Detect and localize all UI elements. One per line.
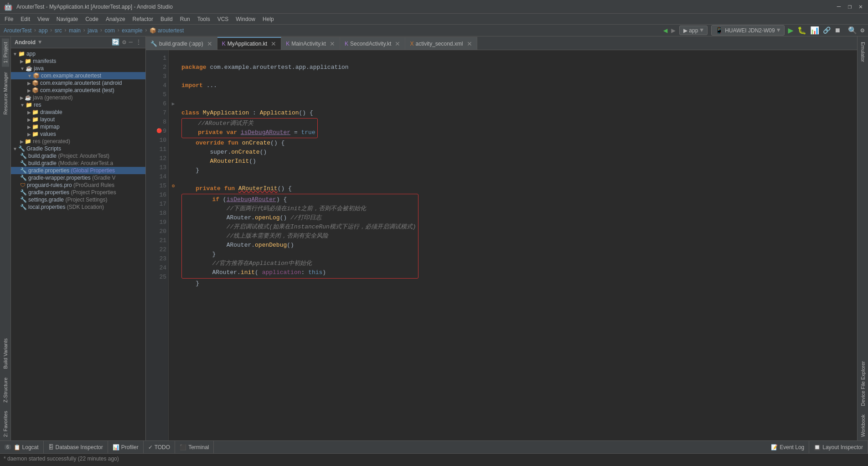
breadcrumb-aroutertest-pkg[interactable]: 📦aroutertest bbox=[150, 27, 184, 34]
tab-build-gradle[interactable]: 🔧 build.gradle (:app) ✕ bbox=[146, 37, 217, 50]
left-tool-panel: 1: Project Resource Manager Build Varian… bbox=[0, 36, 11, 440]
profiler-tab[interactable]: 📊 Profiler bbox=[108, 441, 144, 454]
tree-item-res[interactable]: ▼ 📁 res bbox=[11, 101, 145, 109]
tree-item-app[interactable]: ▼ 📁 app bbox=[11, 50, 145, 57]
code-editor: 1 2 3 4 5 6 7 8 🔴9 10 11 12 13 14 15 16 … bbox=[146, 50, 857, 440]
favorites-tab[interactable]: 2: Favorites bbox=[2, 407, 9, 440]
database-icon: 🗄 bbox=[48, 444, 54, 450]
profile-button[interactable]: 📊 bbox=[810, 26, 819, 35]
layout-inspector-tab[interactable]: 🔲 Layout Inspector bbox=[809, 441, 868, 454]
tree-item-com-example-aroutertest-android[interactable]: ▶ 📦 com.example.aroutertest (android bbox=[11, 79, 145, 87]
terminal-tab[interactable]: ⬛ Terminal bbox=[175, 441, 214, 454]
project-panel-header: Android ▼ 🔄 ⚙ — ⋮ bbox=[11, 36, 145, 48]
tree-item-manifests[interactable]: ▶ 📁 manifests bbox=[11, 57, 145, 65]
minimize-button[interactable]: — bbox=[835, 3, 842, 10]
code-content[interactable]: package com.example.aroutertest.app.appl… bbox=[178, 50, 857, 440]
breadcrumb-app[interactable]: app bbox=[39, 27, 48, 34]
nav-forward-icon[interactable]: ▶ bbox=[671, 26, 676, 35]
breadcrumb-src[interactable]: src bbox=[55, 27, 62, 34]
attach-button[interactable]: 🔗 bbox=[823, 26, 831, 34]
menu-file[interactable]: File bbox=[2, 15, 16, 23]
maximize-button[interactable]: ❐ bbox=[846, 3, 853, 10]
breadcrumb-com[interactable]: com bbox=[104, 27, 115, 34]
menu-build[interactable]: Build bbox=[158, 15, 176, 23]
menu-window[interactable]: Window bbox=[233, 15, 258, 23]
project-panel-tab[interactable]: 1: Project bbox=[2, 38, 9, 67]
resource-manager-tab[interactable]: Resource Manager bbox=[2, 68, 9, 119]
right-tool-panel: Emulator Device File Explorer Workbook bbox=[857, 36, 868, 440]
settings-icon[interactable]: ⚙ bbox=[861, 26, 864, 34]
tree-item-gradle-properties-global[interactable]: 🔧 gradle.properties (Global Properties bbox=[11, 167, 145, 174]
terminal-icon: ⬛ bbox=[180, 444, 186, 450]
title-bar: 🤖 ArouterTest - MyApplication.kt [Aroute… bbox=[0, 0, 868, 14]
status-message: * daemon started successfully (22 minute… bbox=[4, 456, 119, 462]
stop-button[interactable]: ⏹ bbox=[834, 27, 841, 34]
tree-item-values[interactable]: ▶ 📁 values bbox=[11, 130, 145, 138]
run-button[interactable]: ▶ bbox=[788, 25, 794, 36]
menu-help[interactable]: Help bbox=[260, 15, 277, 23]
tree-item-proguard-rules[interactable]: 🛡 proguard-rules.pro (ProGuard Rules bbox=[11, 181, 145, 189]
window-controls: — ❐ ✕ bbox=[835, 3, 864, 10]
line-numbers: 1 2 3 4 5 6 7 8 🔴9 10 11 12 13 14 15 16 … bbox=[146, 50, 169, 440]
breadcrumb-java[interactable]: java bbox=[88, 27, 98, 34]
breadcrumb-example[interactable]: example bbox=[122, 27, 142, 34]
logcat-icon: 📋 bbox=[14, 444, 21, 450]
bottom-tabs: 6 📋 Logcat 🗄 Database Inspector 📊 Profil… bbox=[0, 441, 868, 454]
emulator-tab[interactable]: Emulator bbox=[859, 38, 867, 66]
logcat-label: Logcat bbox=[22, 444, 39, 450]
close-button[interactable]: ✕ bbox=[857, 3, 864, 10]
tree-item-local-properties[interactable]: 🔧 local.properties (SDK Location) bbox=[11, 203, 145, 211]
tree-item-java-generated[interactable]: ▶ ☕ java (generated) bbox=[11, 94, 145, 101]
menu-refactor[interactable]: Refactor bbox=[130, 15, 156, 23]
panel-dropdown-icon[interactable]: ▼ bbox=[38, 39, 41, 46]
breadcrumb-aroutertest[interactable]: ArouterTest bbox=[4, 27, 31, 34]
search-everywhere-icon[interactable]: 🔍 bbox=[848, 26, 857, 35]
menu-analyze[interactable]: Analyze bbox=[103, 15, 128, 23]
database-inspector-tab[interactable]: 🗄 Database Inspector bbox=[44, 441, 108, 454]
logcat-tab[interactable]: 6 📋 Logcat bbox=[0, 441, 44, 454]
tab-activity-second-xml[interactable]: X activity_second.xml ✕ bbox=[405, 37, 477, 50]
tree-item-gradle-scripts[interactable]: ▼ 🔧 Gradle Scripts bbox=[11, 145, 145, 152]
tree-item-com-example-aroutertest-test[interactable]: ▶ 📦 com.example.aroutertest (test) bbox=[11, 87, 145, 94]
menu-tools[interactable]: Tools bbox=[195, 15, 213, 23]
event-log-tab[interactable]: 📝 Event Log bbox=[766, 441, 809, 454]
panel-sync-icon[interactable]: 🔄 bbox=[112, 38, 119, 46]
menu-edit[interactable]: Edit bbox=[18, 15, 33, 23]
menu-navigate[interactable]: Navigate bbox=[54, 15, 81, 23]
tree-item-gradle-properties-project[interactable]: 🔧 gradle.properties (Project Properties bbox=[11, 189, 145, 196]
panel-config-icon[interactable]: ⚙ bbox=[122, 38, 126, 46]
panel-settings-icon[interactable]: ⋮ bbox=[135, 38, 142, 46]
tab-myapplication[interactable]: K MyApplication.kt ✕ bbox=[217, 37, 281, 50]
menu-code[interactable]: Code bbox=[83, 15, 101, 23]
workbook-tab[interactable]: Workbook bbox=[859, 411, 867, 440]
menu-vcs[interactable]: VCS bbox=[215, 15, 232, 23]
tree-item-res-generated[interactable]: ▶ 📁 res (generated) bbox=[11, 138, 145, 145]
todo-tab[interactable]: ✓ TODO bbox=[144, 441, 175, 454]
device-file-explorer-tab[interactable]: Device File Explorer bbox=[859, 357, 867, 409]
tab-mainactivity[interactable]: K MainActivity.kt ✕ bbox=[281, 37, 340, 50]
run-config-selector[interactable]: ▶ app ▼ bbox=[679, 26, 708, 35]
project-panel-title: Android bbox=[15, 39, 36, 46]
tree-item-layout[interactable]: ▶ 📁 layout bbox=[11, 116, 145, 123]
tree-item-mipmap[interactable]: ▶ 📁 mipmap bbox=[11, 123, 145, 130]
z-structure-tab[interactable]: Z-Structure bbox=[2, 374, 9, 406]
nav-back-icon[interactable]: ◀ bbox=[663, 26, 668, 35]
terminal-label: Terminal bbox=[188, 444, 209, 450]
device-selector[interactable]: 📱 HUAWEI JDN2-W09 ▼ bbox=[711, 25, 784, 36]
tree-item-build-gradle-project[interactable]: 🔧 build.gradle (Project: ArouterTest) bbox=[11, 152, 145, 160]
breadcrumb-main[interactable]: main bbox=[69, 27, 81, 34]
tree-item-java[interactable]: ▼ ☕ java bbox=[11, 65, 145, 72]
debug-button[interactable]: 🐛 bbox=[797, 26, 806, 35]
tree-item-build-gradle-module[interactable]: 🔧 build.gradle (Module: ArouterTest.a bbox=[11, 160, 145, 167]
profiler-icon: 📊 bbox=[113, 444, 119, 450]
tree-item-settings-gradle[interactable]: 🔧 settings.gradle (Project Settings) bbox=[11, 196, 145, 203]
build-variants-tab[interactable]: Build Variants bbox=[2, 335, 9, 373]
tree-item-gradle-wrapper-properties[interactable]: 🔧 gradle-wrapper.properties (Gradle V bbox=[11, 174, 145, 181]
menu-view[interactable]: View bbox=[35, 15, 52, 23]
tree-item-drawable[interactable]: ▶ 📁 drawable bbox=[11, 109, 145, 116]
panel-collapse-icon[interactable]: — bbox=[129, 38, 133, 46]
tree-item-com-example-aroutertest[interactable]: ▼ 📦 com.example.aroutertest bbox=[11, 72, 145, 79]
tab-secondactivity[interactable]: K SecondActivity.kt ✕ bbox=[340, 37, 406, 50]
layout-inspector-icon: 🔲 bbox=[814, 444, 821, 450]
menu-run[interactable]: Run bbox=[177, 15, 193, 23]
